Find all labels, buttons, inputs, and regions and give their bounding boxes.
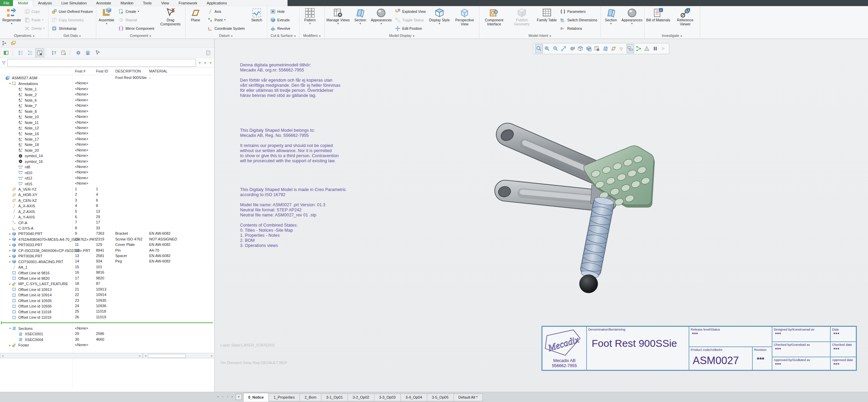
tab-nav-button-2[interactable]: › bbox=[225, 393, 230, 400]
tree-row[interactable]: ▸CP-ISO2338_040X006<CP-ISO2338>.PRT12894… bbox=[0, 248, 214, 253]
tree-row[interactable]: ANote_8<None> bbox=[0, 109, 214, 114]
mirror-component-button[interactable]: Mirror Component bbox=[117, 24, 156, 33]
tree-row[interactable]: Offset Line id 109352310935 bbox=[0, 298, 214, 303]
ribbon-tab-model[interactable]: Model bbox=[13, 0, 33, 6]
tree-row[interactable]: ANote_10<None> bbox=[0, 114, 214, 120]
create-button[interactable]: Create▼ bbox=[117, 7, 156, 16]
arm-lower[interactable] bbox=[497, 186, 606, 201]
expander-icon[interactable]: ▸ bbox=[8, 244, 12, 247]
column-header-feat[interactable]: Feat # bbox=[75, 69, 85, 73]
tree-row[interactable]: ANote_20<None> bbox=[0, 148, 214, 153]
folder-browser-tab[interactable] bbox=[9, 40, 17, 47]
tree-row[interactable]: Offset Line id 109132110913 bbox=[0, 287, 214, 292]
plane-display-button[interactable] bbox=[610, 44, 618, 53]
shrinkwrap-button[interactable]: Shrinkwrap bbox=[50, 24, 95, 33]
component-interface-button[interactable]: Component Interface bbox=[480, 6, 508, 26]
tree-row[interactable]: rd15<None> bbox=[0, 181, 214, 186]
refit-button[interactable] bbox=[560, 44, 568, 53]
tree-row[interactable]: ▸PRT0040.PRT97363BracketEN AW-6082 bbox=[0, 231, 214, 236]
edit-position-button[interactable]: Edit Position bbox=[393, 24, 427, 33]
switch-dimensions-button[interactable]: 5xSwitch Dimensions bbox=[558, 16, 599, 24]
select-button[interactable] bbox=[93, 48, 102, 57]
expander-icon[interactable]: ▾ bbox=[8, 327, 12, 330]
ribbon-tab-live-simulation[interactable]: Live Simulation bbox=[57, 0, 92, 6]
tree-columns-button[interactable] bbox=[35, 48, 44, 57]
tree-row[interactable]: ANote_16<None> bbox=[0, 131, 214, 136]
expander-icon[interactable]: ▸ bbox=[8, 260, 12, 263]
tree-row[interactable]: C-SYS-A833 bbox=[0, 226, 214, 231]
appearances-button[interactable]: Appearances▼ bbox=[370, 6, 393, 25]
clear-filter-icon[interactable]: ✕ bbox=[197, 59, 202, 66]
ribbon-tab-applications[interactable]: Applications bbox=[202, 0, 232, 6]
tree-row[interactable]: ▸MP_C-SYS_LAST_FEATURE1887 bbox=[0, 281, 214, 287]
tree-row[interactable]: rd10<None> bbox=[0, 170, 214, 175]
extrude-button[interactable]: Extrude bbox=[269, 16, 292, 24]
tree-row[interactable]: ▾Annotations<None> bbox=[0, 81, 214, 86]
display-style-button[interactable]: Display Style▼ bbox=[428, 6, 451, 25]
tree-row[interactable]: Asymbol_16<None> bbox=[0, 159, 214, 164]
revolve-button[interactable]: Revolve bbox=[269, 24, 292, 33]
expander-icon[interactable]: ▾ bbox=[8, 82, 12, 85]
column-header-featid[interactable]: Feat ID bbox=[96, 69, 108, 73]
ribbon-tab-framework[interactable]: Framework bbox=[174, 0, 202, 6]
add-filter-button[interactable]: + bbox=[208, 59, 213, 66]
tree-row[interactable]: ▸PRT0036.PRT132581SpacerEN AW-6082 bbox=[0, 253, 214, 259]
tree-row[interactable]: A_Y-AXIS629 bbox=[0, 214, 214, 220]
sketch-button[interactable]: Sketch bbox=[247, 6, 266, 22]
ribbon-tab-view[interactable]: View bbox=[156, 0, 174, 6]
drag-components-button[interactable]: Drag Components bbox=[157, 6, 184, 26]
tree-row[interactable]: ANote_12<None> bbox=[0, 125, 214, 131]
assemble-button[interactable]: Assemble▼ bbox=[97, 6, 116, 25]
perspective-view-button[interactable]: Perspective View bbox=[451, 6, 478, 26]
expander-icon[interactable]: ▸ bbox=[8, 249, 12, 252]
tree-row[interactable]: XSEC0004304660 bbox=[0, 337, 214, 342]
tree-row[interactable]: ANote_17<None> bbox=[0, 136, 214, 142]
ribbon-tab-analysis[interactable]: Analysis bbox=[33, 0, 57, 6]
view-tab-3-1-op01[interactable]: 3-1_Op01 bbox=[321, 394, 348, 401]
annotation-display-button[interactable] bbox=[627, 44, 634, 53]
pause-button[interactable] bbox=[651, 44, 659, 53]
zoom-out-button[interactable] bbox=[552, 44, 559, 53]
file-menu-button[interactable]: File bbox=[0, 0, 13, 6]
tree-report-button[interactable] bbox=[204, 48, 213, 57]
graphics-area[interactable]: x,yz Denna digitala geometrimodell tillh… bbox=[215, 39, 868, 392]
tree-row[interactable]: ▸4762A40804070<MC6S-A4-70_ISO4762>.PRT10… bbox=[0, 237, 214, 242]
saved-orientations-button[interactable] bbox=[585, 44, 593, 53]
analysis-button[interactable] bbox=[643, 44, 651, 53]
section-button[interactable] bbox=[601, 44, 609, 53]
tab-nav-button-3[interactable]: » bbox=[230, 393, 235, 400]
tree-row[interactable]: A_VER-YZ11 bbox=[0, 187, 214, 192]
add-view-tab-button[interactable]: + bbox=[236, 394, 242, 400]
section-button[interactable]: Section▼ bbox=[601, 6, 620, 25]
collapse-all-button[interactable] bbox=[16, 48, 25, 57]
view-tab-3-2-op02[interactable]: 3-2_Op02 bbox=[348, 394, 374, 401]
tree-row[interactable]: A_X-AXIS48 bbox=[0, 203, 214, 209]
tab-nav-button-1[interactable]: ‹ bbox=[220, 393, 225, 400]
expander-icon[interactable]: ▸ bbox=[8, 238, 12, 241]
tree-hscrollbar-left[interactable]: ◂▸ bbox=[0, 353, 143, 358]
view-tab-2-bom[interactable]: 2_Bom bbox=[300, 394, 321, 401]
expander-icon[interactable]: ▸ bbox=[8, 232, 12, 235]
tree-row[interactable]: rd12<None> bbox=[0, 175, 214, 181]
layer-tree-button[interactable] bbox=[83, 48, 92, 57]
tree-row[interactable]: CP-A717 bbox=[0, 220, 214, 225]
appearances-button[interactable]: Appearances▼ bbox=[620, 6, 644, 25]
display-style-button[interactable] bbox=[577, 44, 585, 53]
coordinate-system-button[interactable]: Coordinate System bbox=[206, 24, 246, 33]
tree-row[interactable]: ▸PRT0033.PRT11129Cover PlateEN AW-6082 bbox=[0, 242, 214, 248]
tree-row[interactable]: A_HOR-XY24 bbox=[0, 192, 214, 197]
tree-row[interactable]: ASM0027.ASMFoot Rest 900SSie- bbox=[0, 75, 214, 81]
tree-row[interactable]: ANote_18<None> bbox=[0, 142, 214, 147]
regenerate-button[interactable]: Regenerate▼ bbox=[1, 6, 22, 25]
tree-row[interactable]: ANote_1<None> bbox=[0, 86, 214, 92]
tree-filters-button[interactable] bbox=[50, 48, 59, 57]
tree-hscrollbar-right[interactable]: ◂ ▸ bbox=[143, 353, 215, 358]
tree-row[interactable]: Offset Line id 109142210914 bbox=[0, 292, 214, 298]
settings-button[interactable] bbox=[74, 48, 83, 57]
view-tab-3-5-op05[interactable]: 3-5_Op05 bbox=[427, 394, 454, 401]
view-tab-0-notice[interactable]: 0_Notice bbox=[243, 393, 269, 402]
box-zoom-button[interactable] bbox=[535, 44, 543, 53]
tree-row[interactable]: Asymbol_14<None> bbox=[0, 153, 214, 158]
datum-display-button[interactable]: x,yz bbox=[618, 44, 626, 53]
ribbon-tab-tools[interactable]: Tools bbox=[138, 0, 156, 6]
